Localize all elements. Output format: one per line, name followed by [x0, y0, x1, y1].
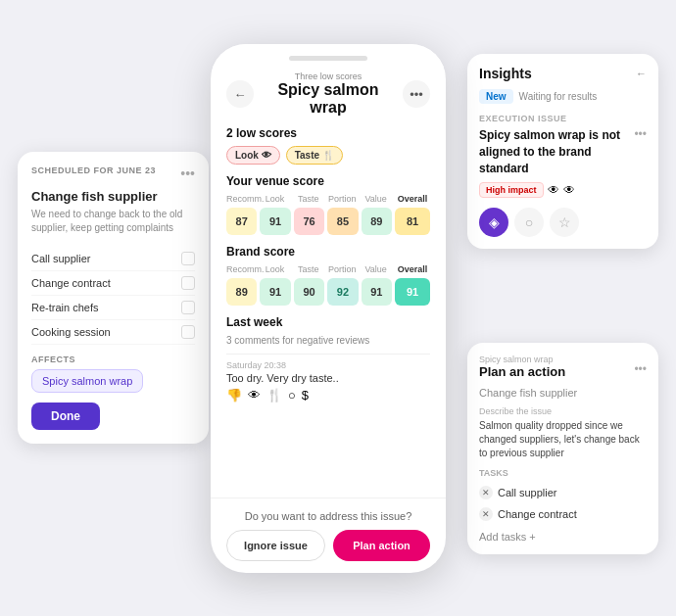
star-action-button[interactable]: ☆	[550, 208, 579, 237]
plan-card-header: Spicy salmon wrap Plan an action •••	[479, 355, 647, 383]
phone-top-bar: ← Three low scores Spicy salmon wrap •••	[226, 71, 430, 117]
col-overall: Overall	[395, 194, 430, 204]
task-label: Change contract	[31, 277, 111, 289]
review-date: Saturday 20:38	[226, 360, 430, 370]
score-cell: 89	[226, 278, 257, 306]
phone-content: ← Three low scores Spicy salmon wrap •••…	[211, 71, 446, 498]
score-cell: 89	[362, 208, 392, 235]
brand-score-label: Brand score	[226, 245, 430, 259]
left-card-dots[interactable]: •••	[180, 166, 195, 181]
review-icons: 👎 👁 🍴 ○ $	[226, 388, 430, 403]
look-tag: Look 👁	[226, 146, 280, 165]
score-cell-overall: 91	[395, 278, 430, 306]
scene: SCHEDULED FOR JUNE 23 ••• Change fish su…	[0, 0, 676, 616]
task-chip-label: Call supplier	[498, 487, 557, 498]
tasks-label: Tasks	[479, 468, 647, 478]
col-look-b: Look	[260, 264, 289, 274]
plan-card-header-left: Spicy salmon wrap Plan an action	[479, 355, 565, 383]
remove-task-icon[interactable]: ✕	[479, 507, 493, 521]
venue-score-cells: 87 91 76 85 89 81	[226, 208, 430, 235]
score-cell: 87	[226, 208, 257, 235]
center-phone: ← Three low scores Spicy salmon wrap •••…	[211, 44, 446, 573]
col-recomm-b: Recomm.	[226, 264, 256, 274]
task-chip: ✕ Change contract	[479, 503, 647, 525]
score-cell: 85	[327, 208, 358, 235]
badge-new: New	[479, 89, 513, 104]
col-look: Look	[260, 194, 289, 204]
affects-tag: Spicy salmon wrap	[31, 369, 143, 393]
task-label: Cooking session	[31, 326, 111, 338]
add-tasks-button[interactable]: Add tasks +	[479, 531, 647, 543]
phone-notch	[211, 44, 446, 71]
taste-tag: Taste 🍴	[286, 146, 343, 165]
last-week-subtitle: 3 comments for negative reviews	[226, 335, 430, 346]
task-item: Change contract	[31, 271, 195, 296]
task-checkbox[interactable]	[181, 276, 195, 290]
task-checkbox[interactable]	[181, 325, 195, 339]
execution-dots[interactable]: •••	[634, 127, 647, 141]
col-taste: Taste	[294, 194, 323, 204]
left-card-header: SCHEDULED FOR JUNE 23 •••	[31, 166, 195, 181]
score-cell: 92	[327, 278, 358, 306]
score-cell: 76	[294, 208, 324, 235]
action-prompt: Do you want to address this issue?	[226, 510, 430, 522]
task-label: Call supplier	[31, 253, 91, 264]
circle-icon: ○	[288, 388, 296, 403]
task-item: Call supplier	[31, 247, 195, 271]
plan-button[interactable]: Plan action	[333, 530, 430, 561]
action-buttons: Ignore issue Plan action	[226, 530, 430, 561]
done-button[interactable]: Done	[31, 403, 100, 430]
phone-more-button[interactable]: •••	[403, 80, 430, 108]
status-row: New Waiting for results	[479, 89, 647, 104]
primary-action-button[interactable]: ◈	[479, 208, 508, 237]
describe-label: Describe the issue	[479, 406, 647, 416]
execution-issue-text: Spicy salmon wrap is not aligned to the …	[479, 127, 630, 176]
task-chip-label: Change contract	[498, 508, 577, 520]
score-cell: 91	[260, 278, 290, 306]
task-checkbox[interactable]	[181, 252, 195, 265]
phone-subtitle: Three low scores	[262, 71, 395, 81]
review-item: Saturday 20:38 Too dry. Very dry taste..…	[226, 354, 430, 408]
left-card-desc: We need to change back to the old suppli…	[31, 208, 195, 235]
thumbs-down-icon: 👎	[226, 388, 242, 403]
notch-bar	[289, 56, 367, 61]
score-cell: 91	[362, 278, 392, 306]
plan-card-title: Plan an action	[479, 364, 565, 379]
last-week-section: Last week 3 comments for negative review…	[226, 315, 430, 408]
task-checkbox[interactable]	[181, 301, 195, 314]
plan-card-supertitle: Spicy salmon wrap	[479, 355, 565, 364]
dollar-icon: $	[302, 388, 309, 403]
insight-header: Insights ←	[479, 66, 647, 81]
left-card-title: Change fish supplier	[31, 189, 195, 204]
action-icons-row: ◈ ○ ☆	[479, 208, 647, 237]
phone-header-title-group: Three low scores Spicy salmon wrap	[262, 71, 395, 117]
low-scores-label: 2 low scores	[226, 126, 430, 140]
venue-score-header: Recomm. Look Taste Portion Value Overall	[226, 194, 430, 204]
review-text: Too dry. Very dry taste..	[226, 372, 430, 384]
execution-header: Spicy salmon wrap is not aligned to the …	[479, 127, 647, 176]
task-item: Re-train chefs	[31, 296, 195, 320]
affects-label: Affects	[31, 355, 195, 364]
back-arrow-button[interactable]: ←	[226, 80, 254, 108]
score-cell: 90	[294, 278, 324, 306]
ignore-button[interactable]: Ignore issue	[226, 530, 325, 561]
fork-icon: 🍴	[266, 388, 282, 403]
right-top-card: Insights ← New Waiting for results EXECU…	[467, 54, 658, 249]
secondary-action-button[interactable]: ○	[514, 208, 544, 237]
badge-waiting: Waiting for results	[519, 91, 598, 102]
score-cell: 91	[260, 208, 290, 235]
right-bottom-card: Spicy salmon wrap Plan an action ••• Cha…	[467, 343, 658, 554]
scheduled-label: SCHEDULED FOR JUNE 23	[31, 166, 156, 175]
remove-task-icon[interactable]: ✕	[479, 486, 493, 499]
task-item: Cooking session	[31, 320, 195, 345]
phone-main-title: Spicy salmon wrap	[262, 81, 395, 117]
plan-card-dots[interactable]: •••	[634, 362, 647, 376]
action-bar: Do you want to address this issue? Ignor…	[211, 498, 446, 573]
col-portion-b: Portion	[327, 264, 357, 274]
describe-text: Salmon quality dropped since we changed …	[479, 419, 647, 460]
execution-label: EXECUTION ISSUE	[479, 114, 647, 123]
insight-back-button[interactable]: ←	[636, 68, 647, 79]
brand-score-cells: 89 91 90 92 91 91	[226, 278, 430, 306]
col-portion: Portion	[327, 194, 357, 204]
col-overall-b: Overall	[395, 264, 430, 274]
